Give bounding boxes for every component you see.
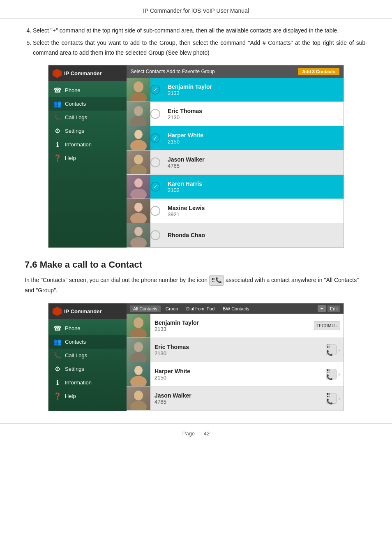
sidebar1-item-settings[interactable]: ⚙ Settings [48,124,127,138]
table-row[interactable]: ✓ Harper White 2150 [127,126,344,150]
tecom-label: TECOM [316,324,331,328]
instructions: Select "+" command at the top right side… [25,26,367,58]
contact-info: Benjamin Taylor 2133 [150,317,314,335]
contact-info: Rhonda Chao [164,229,344,241]
sidebar2-title: IP Commander [64,308,102,314]
selection-check: ✓ [150,85,160,95]
selection-circle [150,230,160,240]
sidebar2-item-help[interactable]: ❓ Help [48,389,127,403]
table-row[interactable]: Eric Thomas 2130 [127,102,344,126]
sidebar2-item-contacts[interactable]: 👥 Contacts [48,335,127,349]
contact-actions: ⠿📞 › [326,393,344,404]
table-row[interactable]: Benjamin Taylor 2133 TECOM ⠿ › [127,314,344,338]
tecom-badge: TECOM ⠿ › [314,321,340,330]
avatar [127,314,150,338]
dial-grid-icon: ⠿ [332,324,335,328]
sidebar2-item-calllogs[interactable]: 📞 Call Logs [48,349,127,362]
screenshot1-sidebar: IP Commander ☎ Phone 👥 Contacts 📞 Call L… [48,65,127,247]
screenshot1-main: Select Contacts Add to Favorite Group Ad… [127,65,344,247]
page-content: Select "+" command at the top right side… [0,26,392,411]
table-row[interactable]: Jason Walker 4765 ⠿📞 › [127,386,344,411]
settings-icon: ⚙ [53,127,62,135]
table-row[interactable]: ✓ Benjamin Taylor 2133 [127,78,344,102]
sidebar1-item-phone[interactable]: ☎ Phone [48,83,127,97]
sidebar1-item-calllogs[interactable]: 📞 Call Logs [48,111,127,124]
sidebar2-menu: ☎ Phone 👥 Contacts 📞 Call Logs ⚙ Setting… [48,319,127,405]
topbar1-title: Select Contacts Add to Favorite Group [131,69,215,74]
svg-point-12 [134,227,143,236]
chevron-right-icon[interactable]: › [338,371,340,377]
help-icon2: ❓ [53,392,62,400]
table-row[interactable]: ✓ Karen Harris 2102 [127,175,344,199]
dial-button[interactable]: ⠿📞 [326,369,337,379]
screenshot2-main: All Contacts Group Dial from iPad BW Con… [127,303,344,411]
chevron-right-icon[interactable]: › [338,347,340,353]
sidebar1-item-help[interactable]: ❓ Help [48,151,127,165]
dial-button[interactable]: ⠿📞 [326,345,337,355]
dial-button[interactable]: ⠿📞 [326,393,337,404]
avatar [127,126,150,150]
contact-name: Jason Walker [154,392,322,399]
page-footer: Page 42 [0,423,392,441]
tab-bw-contacts[interactable]: BW Contacts [219,305,252,312]
svg-point-9 [130,189,147,199]
contact-number: 4765 [154,399,322,405]
svg-point-21 [130,401,147,410]
table-row[interactable]: Maxine Lewis 3921 [127,199,344,223]
sidebar1-label-information: Information [65,141,92,148]
contact-info: Harper White 2150 [164,130,344,147]
contact-number: 2133 [168,90,339,96]
avatar [127,362,150,386]
sidebar1-label-settings: Settings [65,128,84,134]
contact-info: Eric Thomas 2130 [164,105,344,123]
tab-all-contacts[interactable]: All Contacts [130,305,161,312]
svg-point-17 [130,352,147,362]
footer-page-number: 42 [204,430,210,437]
sidebar1-item-contacts[interactable]: 👥 Contacts [48,97,127,111]
sidebar1-header: IP Commander [48,65,127,81]
contact-info: Jason Walker 4765 [164,154,344,171]
tab-dial-from-ipad[interactable]: Dial from iPad [183,305,218,312]
contact-name: Karen Harris [168,180,339,187]
svg-point-5 [130,140,147,150]
contact-name: Eric Thomas [168,108,339,114]
table-row[interactable]: Harper White 2150 ⠿📞 › [127,362,344,386]
sidebar1-item-information[interactable]: ℹ Information [48,138,127,151]
sidebar2-label-information: Information [65,379,92,386]
selection-circle [150,157,160,167]
sidebar2-item-settings[interactable]: ⚙ Settings [48,362,127,376]
contact-name: Harper White [154,368,322,375]
selection-circle [150,109,160,119]
sidebar2-item-information[interactable]: ℹ Information [48,376,127,389]
page-header: IP Commander for iOS VoIP User Manual [0,0,392,18]
add-contacts-button[interactable]: Add 3 Contacts [298,68,339,75]
screenshot2-tabs: All Contacts Group Dial from iPad BW Con… [127,303,344,314]
table-row[interactable]: Jason Walker 4765 [127,150,344,175]
avatar [127,223,150,247]
table-row[interactable]: Rhonda Chao [127,223,344,247]
contact-name: Harper White [168,132,339,139]
avatar [127,78,150,102]
section76: 7.6 Make a call to a Contact In the "Con… [25,259,367,296]
contact-name: Rhonda Chao [168,232,339,238]
chevron-right-icon[interactable]: › [338,395,340,402]
sidebar1-label-help: Help [65,155,76,161]
contact-name: Maxine Lewis [168,205,339,211]
header-title: IP Commander for iOS VoIP User Manual [143,7,249,14]
svg-point-4 [134,130,143,139]
svg-point-3 [130,116,147,126]
edit-button[interactable]: Edit [327,305,340,312]
svg-point-20 [134,391,143,400]
avatar [127,338,150,362]
selection-circle [150,206,160,216]
table-row[interactable]: Eric Thomas 2130 ⠿📞 › [127,338,344,362]
calllogs-icon: 📞 [53,113,62,121]
contact-number: 2150 [168,139,339,145]
tab-group[interactable]: Group [162,305,182,312]
contact-info: Jason Walker 4765 [150,390,326,407]
instruction-item-5: Select the contacts that you want to add… [33,38,367,58]
sidebar2-item-phone[interactable]: ☎ Phone [48,321,127,335]
chevron-right-icon[interactable]: › [336,322,338,329]
add-contact-button[interactable]: + [318,305,326,312]
svg-point-16 [134,342,143,352]
